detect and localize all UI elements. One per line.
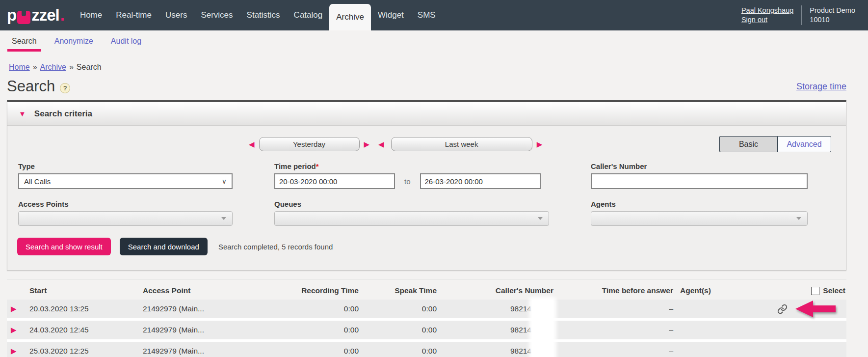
play-icon[interactable]: ▶: [7, 304, 29, 313]
access-points-select[interactable]: [18, 211, 233, 226]
nav-item-services[interactable]: Services: [194, 0, 239, 30]
cell-speak-time: 0:00: [359, 326, 437, 334]
cell-start: 24.03.2020 12:45: [29, 326, 136, 334]
cell-speak-time: 0:00: [359, 347, 437, 356]
subnav-item-search[interactable]: Search: [7, 30, 41, 52]
collapse-triangle-icon[interactable]: ▼: [19, 110, 26, 118]
nav-item-statistics[interactable]: Statistics: [240, 0, 287, 30]
page-title: Search: [7, 78, 55, 95]
cell-recording-time: 0:00: [275, 326, 359, 334]
breadcrumb-current: Search: [77, 63, 102, 71]
queues-select[interactable]: [274, 211, 549, 226]
redacted-number: [532, 300, 553, 318]
select-all-checkbox[interactable]: [811, 287, 819, 295]
cell-access-point: 21492979 (Main...: [136, 304, 275, 313]
callers-number-label: Caller's Number: [591, 162, 808, 170]
next-week-icon[interactable]: ▶: [535, 140, 545, 149]
nav-item-real-time[interactable]: Real-time: [109, 0, 158, 30]
search-show-result-button[interactable]: Search and show result: [17, 238, 111, 255]
subnav-item-audit-log[interactable]: Audit log: [106, 30, 146, 52]
results-table: Start Access Point Recording Time Speak …: [7, 279, 846, 357]
breadcrumb-separator: »: [33, 63, 37, 71]
type-label: Type: [18, 162, 233, 170]
account-number: 10010: [810, 15, 855, 25]
top-navigation: pzzel. Home Real-time Users Services Sta…: [0, 0, 868, 30]
divider: [801, 5, 802, 25]
required-asterisk: *: [316, 162, 319, 170]
mode-toggle: Basic Advanced: [719, 136, 831, 152]
redacted-number: [532, 321, 553, 339]
breadcrumb-separator: »: [69, 63, 74, 71]
table-row: ▶ 25.03.2020 12:25 21492979 (Main... 0:0…: [7, 342, 846, 357]
logo-text-zzel: zzel: [31, 6, 59, 25]
column-header-agents: Agent(s): [673, 286, 716, 295]
next-day-icon[interactable]: ▶: [362, 140, 372, 149]
column-header-access-point: Access Point: [136, 286, 275, 295]
agents-label: Agents: [591, 200, 808, 208]
breadcrumb-archive-link[interactable]: Archive: [40, 63, 66, 71]
select-label: Select: [823, 286, 845, 295]
last-week-button[interactable]: Last week: [391, 137, 532, 151]
time-to-input[interactable]: [420, 173, 541, 189]
search-download-button[interactable]: Search and download: [120, 238, 208, 255]
subnav-item-anonymize[interactable]: Anonymize: [50, 30, 98, 52]
nav-item-home[interactable]: Home: [73, 0, 109, 30]
to-label: to: [404, 177, 411, 186]
cell-speak-time: 0:00: [359, 304, 437, 313]
table-row: ▶ 20.03.2020 13:25 21492979 (Main... 0:0…: [7, 300, 846, 321]
basic-tab[interactable]: Basic: [719, 136, 777, 152]
user-profile-link[interactable]: Paal Kongshaug: [741, 6, 793, 15]
cell-caller-number: 98214: [510, 304, 531, 313]
cell-caller-number: 98214: [510, 326, 531, 334]
cell-start: 20.03.2020 13:25: [29, 304, 136, 313]
cell-time-before-answer: –: [553, 304, 673, 313]
search-status-text: Search completed, 5 records found: [218, 243, 333, 251]
access-points-label: Access Points: [18, 200, 233, 208]
nav-item-catalog[interactable]: Catalog: [287, 0, 330, 30]
nav-item-archive[interactable]: Archive: [329, 4, 371, 30]
play-icon[interactable]: ▶: [7, 347, 29, 356]
breadcrumb-home-link[interactable]: Home: [9, 63, 30, 71]
dropdown-arrow-icon: [796, 217, 801, 220]
cell-access-point: 21492979 (Main...: [136, 326, 275, 334]
advanced-tab[interactable]: Advanced: [777, 136, 831, 152]
results-header-row: Start Access Point Recording Time Speak …: [7, 282, 846, 300]
cell-recording-time: 0:00: [275, 304, 359, 313]
sign-out-link[interactable]: Sign out: [741, 15, 793, 25]
callers-number-input[interactable]: [591, 173, 808, 189]
search-criteria-header[interactable]: ▼ Search criteria: [7, 102, 846, 126]
logo-puzzle-piece-icon: [17, 11, 30, 24]
search-criteria-label: Search criteria: [34, 109, 92, 119]
logo-text-p: p: [7, 6, 16, 25]
dropdown-arrow-icon: [538, 217, 543, 220]
user-area: Paal Kongshaug Sign out Product Demo 100…: [741, 5, 868, 25]
nav-item-sms[interactable]: SMS: [411, 0, 443, 30]
column-header-recording-time: Recording Time: [275, 286, 359, 295]
agents-select[interactable]: [591, 211, 808, 226]
annotation-arrow-icon: [795, 300, 838, 318]
time-from-input[interactable]: [274, 173, 395, 189]
prev-week-icon[interactable]: ◀: [376, 140, 386, 149]
play-icon[interactable]: ▶: [7, 326, 29, 334]
table-row: ▶ 24.03.2020 12:45 21492979 (Main... 0:0…: [7, 321, 846, 342]
type-select[interactable]: All Calls ∨: [18, 173, 233, 189]
yesterday-button[interactable]: Yesterday: [259, 137, 360, 151]
type-select-value: All Calls: [24, 177, 51, 186]
nav-item-widget[interactable]: Widget: [371, 0, 411, 30]
logo-dot: .: [60, 6, 64, 25]
prev-day-icon[interactable]: ◀: [247, 140, 257, 149]
cell-recording-time: 0:00: [275, 347, 359, 356]
redacted-number: [532, 342, 553, 357]
link-icon[interactable]: [777, 304, 788, 314]
help-icon[interactable]: ?: [60, 83, 70, 93]
account-name: Product Demo: [810, 6, 855, 15]
nav-item-users[interactable]: Users: [158, 0, 194, 30]
puzzel-logo: pzzel.: [7, 6, 64, 25]
column-header-callers-number: Caller's Number: [437, 286, 553, 295]
column-header-time-before-answer: Time before answer: [553, 286, 673, 295]
queues-label: Queues: [274, 200, 549, 208]
column-header-speak-time: Speak Time: [359, 286, 437, 295]
storage-time-link[interactable]: Storage time: [796, 82, 846, 92]
cell-start: 25.03.2020 12:25: [29, 347, 136, 356]
chevron-down-icon: ∨: [222, 177, 227, 185]
